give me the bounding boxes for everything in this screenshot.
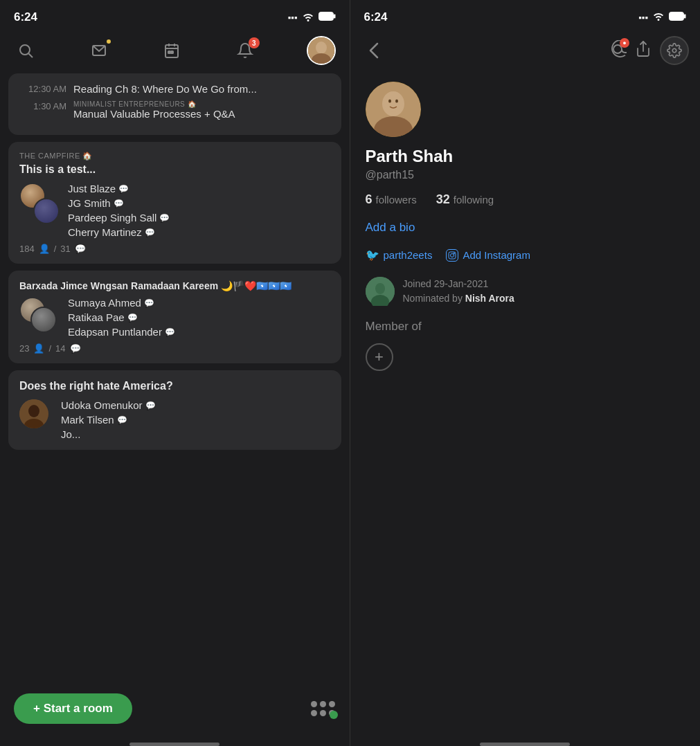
- member-of-label: Member of: [366, 320, 685, 334]
- listener-count-1: 184: [19, 244, 35, 254]
- mic-icon-8: 💬: [145, 401, 156, 410]
- profile-name: Parth Shah: [366, 147, 685, 166]
- schedule-row-2: 1:30 AM MINIMALIST ENTREPRENEURS 🏠 Manua…: [19, 100, 330, 120]
- chat-count-2: 14: [55, 343, 65, 354]
- room-card-1[interactable]: THE CAMPFIRE 🏠 This is a test... Just Bl…: [8, 142, 341, 264]
- speaker-avatar-2: [33, 198, 60, 224]
- settings-button[interactable]: [660, 36, 689, 65]
- room-stats-2: 23 👤 / 14 💬: [19, 343, 330, 354]
- left-status-icons: ▪▪▪: [288, 12, 336, 24]
- right-status-icons: ▪▪▪: [638, 11, 686, 24]
- avatar-stack-3: [19, 399, 54, 437]
- feed: 12:30 AM Reading Ch 8: Where Do We Go fr…: [0, 73, 350, 684]
- nominator-avatar: [366, 277, 395, 306]
- right-wifi-icon: [652, 11, 665, 24]
- right-status-time: 6:24: [364, 10, 388, 24]
- twitter-link[interactable]: 🐦 parth2eets: [366, 248, 433, 262]
- profile-avatar-image: [307, 36, 336, 65]
- live-dot: [330, 711, 338, 719]
- followers-stat[interactable]: 6 followers: [366, 192, 417, 207]
- room-tag-1: THE CAMPFIRE 🏠: [19, 152, 330, 161]
- svg-rect-18: [670, 12, 684, 21]
- chat-icon-1: 💬: [75, 244, 86, 254]
- mic-icon-4: 💬: [145, 228, 155, 237]
- left-nav-bar: 3: [0, 30, 350, 73]
- mentions-icon-wrapper[interactable]: ●: [609, 40, 627, 61]
- right-status-bar: 6:24 ▪▪▪: [350, 0, 701, 30]
- speaker-names-1: Just Blaze 💬 JG Smith 💬 Pardeep Singh Sa…: [68, 183, 330, 238]
- dot-1: [311, 701, 317, 707]
- start-room-button[interactable]: + Start a room: [14, 693, 132, 724]
- followers-label: followers: [376, 194, 417, 206]
- wifi-icon: [302, 12, 314, 24]
- listener-icon-1: 👤: [39, 244, 50, 254]
- mic-icon-9: 💬: [117, 415, 127, 425]
- join-date: Joined 29-Jan-2021: [403, 278, 489, 289]
- listener-icon-2: 👤: [33, 343, 44, 354]
- speaker-name-10: Jo...: [61, 428, 330, 440]
- svg-point-14: [316, 43, 326, 53]
- room-title-2: Barxada Jimce Wngsan Ramadaan Kareem 🌙🏴❤…: [19, 280, 330, 291]
- profile-avatar-nav[interactable]: [307, 36, 336, 65]
- following-stat[interactable]: 32 following: [436, 192, 494, 207]
- add-bio-button[interactable]: Add a bio: [366, 221, 685, 235]
- mic-icon-6: 💬: [127, 313, 138, 322]
- search-icon[interactable]: [14, 39, 37, 62]
- right-panel: 6:24 ▪▪▪ ●: [350, 0, 701, 746]
- schedule-card[interactable]: 12:30 AM Reading Ch 8: Where Do We Go fr…: [8, 73, 341, 135]
- right-signal-icon: ▪▪▪: [638, 12, 648, 23]
- room-speakers-2: Sumaya Ahmed 💬 Ratikaa Pae 💬 Edapsan Pun…: [19, 297, 330, 338]
- room-card-2[interactable]: Barxada Jimce Wngsan Ramadaan Kareem 🌙🏴❤…: [8, 271, 341, 363]
- left-status-time: 6:24: [14, 10, 37, 24]
- mic-icon-3: 💬: [159, 213, 170, 223]
- add-club-button[interactable]: +: [366, 343, 393, 371]
- room-speakers-1: Just Blaze 💬 JG Smith 💬 Pardeep Singh Sa…: [19, 183, 330, 238]
- dot-4: [311, 710, 317, 716]
- compose-icon[interactable]: [87, 39, 111, 62]
- svg-point-22: [672, 48, 676, 53]
- nominated-by-label: Nominated by: [403, 293, 465, 304]
- chat-count-1: 31: [60, 244, 70, 254]
- svg-rect-1: [334, 15, 336, 19]
- sched-club-2: MINIMALIST ENTREPRENEURS 🏠: [73, 100, 235, 108]
- svg-point-33: [375, 283, 385, 294]
- speaker-avatar-5: [19, 399, 48, 428]
- battery-icon: [318, 12, 336, 23]
- nominator-row: Joined 29-Jan-2021 Nominated by Nish Aro…: [366, 277, 685, 306]
- svg-point-30: [451, 253, 454, 257]
- nominator-name: Nish Arora: [465, 293, 514, 304]
- svg-point-28: [395, 100, 398, 103]
- mic-icon-1: 💬: [118, 184, 129, 194]
- right-nav-bar: ●: [350, 30, 701, 73]
- dots-grid[interactable]: [311, 701, 336, 717]
- svg-line-3: [29, 54, 33, 58]
- room-stats-1: 184 👤 / 31 💬: [19, 244, 330, 254]
- schedule-row-1: 12:30 AM Reading Ch 8: Where Do We Go fr…: [19, 83, 330, 95]
- profile-handle: @parth15: [366, 169, 685, 181]
- bell-icon[interactable]: 3: [233, 39, 257, 62]
- sched-time-2: 1:30 AM: [19, 100, 66, 111]
- dot-2: [320, 701, 326, 707]
- share-icon[interactable]: [635, 40, 652, 61]
- mentions-badge: ●: [620, 38, 629, 48]
- mic-icon-7: 💬: [165, 327, 175, 337]
- calendar-icon[interactable]: [160, 39, 183, 62]
- right-home-indicator: [480, 743, 570, 746]
- speaker-names-3: Udoka Omenukor 💬 Mark Tilsen 💬 Jo...: [61, 399, 330, 440]
- room-card-3[interactable]: Does the right hate America? Udoka Omenu…: [8, 370, 341, 450]
- instagram-icon: [446, 249, 458, 262]
- social-row: 🐦 parth2eets Add Instagram: [366, 248, 685, 262]
- back-button[interactable]: [361, 38, 386, 63]
- nominator-text: Joined 29-Jan-2021 Nominated by Nish Aro…: [403, 277, 514, 306]
- svg-rect-10: [171, 51, 173, 53]
- sched-time-1: 12:30 AM: [19, 83, 66, 94]
- avatar-stack-1: [19, 183, 61, 238]
- left-bottom-bar: + Start a room: [0, 684, 350, 740]
- room-title-3: Does the right hate America?: [19, 380, 330, 392]
- sched-body-2: Manual Valuable Processes + Q&A: [73, 108, 235, 120]
- svg-rect-19: [684, 15, 686, 19]
- speaker-name-9: Mark Tilsen 💬: [61, 414, 330, 426]
- instagram-link[interactable]: Add Instagram: [446, 249, 530, 262]
- left-status-bar: 6:24 ▪▪▪: [0, 0, 350, 30]
- svg-point-16: [28, 405, 39, 417]
